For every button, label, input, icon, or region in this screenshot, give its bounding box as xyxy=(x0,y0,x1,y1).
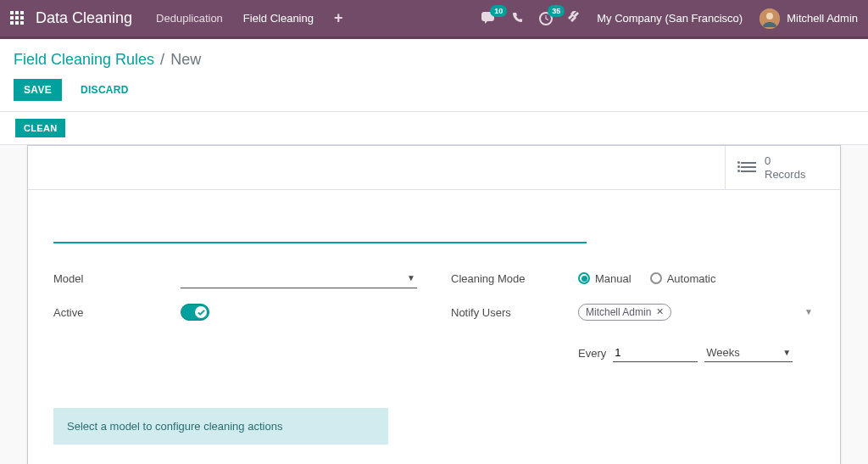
user-tag: Mitchell Admin ✕ xyxy=(578,304,671,321)
every-label: Every xyxy=(578,347,606,360)
breadcrumb-parent[interactable]: Field Cleaning Rules xyxy=(14,51,154,68)
app-title[interactable]: Data Cleaning xyxy=(36,9,132,27)
new-tab-icon[interactable]: + xyxy=(334,9,343,27)
clean-button[interactable]: CLEAN xyxy=(15,119,65,137)
avatar xyxy=(760,8,780,29)
breadcrumb: Field Cleaning Rules / New xyxy=(14,51,854,69)
active-toggle[interactable] xyxy=(181,304,209,321)
user-name: Mitchell Admin xyxy=(787,12,858,25)
model-label: Model xyxy=(53,272,181,285)
nav-field-cleaning[interactable]: Field Cleaning xyxy=(243,12,314,25)
interval-number-input[interactable] xyxy=(613,344,698,362)
radio-manual[interactable]: Manual xyxy=(578,272,632,285)
apps-icon[interactable] xyxy=(10,11,25,26)
info-notice: Select a model to configure cleaning act… xyxy=(53,408,388,444)
activities-icon[interactable]: 35 xyxy=(539,12,553,25)
list-icon xyxy=(741,162,756,173)
breadcrumb-current: New xyxy=(170,51,201,68)
notify-users-input[interactable]: Mitchell Admin ✕ ▼ xyxy=(578,304,815,321)
activities-badge: 35 xyxy=(548,5,565,17)
active-label: Active xyxy=(53,306,181,319)
cleaning-mode-label: Cleaning Mode xyxy=(451,272,578,285)
records-count: 0 xyxy=(765,154,805,168)
chevron-down-icon: ▼ xyxy=(407,273,415,282)
chevron-down-icon: ▼ xyxy=(804,307,813,316)
records-label: Records xyxy=(765,168,805,182)
notify-users-label: Notify Users xyxy=(451,306,578,319)
remove-tag-icon[interactable]: ✕ xyxy=(656,306,664,317)
svg-point-1 xyxy=(766,13,773,20)
interval-unit-select[interactable]: Weeks ▼ xyxy=(704,344,793,362)
messages-icon[interactable]: 10 xyxy=(481,12,497,25)
company-switcher[interactable]: My Company (San Francisco) xyxy=(597,12,743,25)
phone-icon[interactable] xyxy=(512,11,524,25)
records-stat-button[interactable]: 0 Records xyxy=(725,146,840,189)
save-button[interactable]: SAVE xyxy=(14,79,62,101)
name-input[interactable] xyxy=(53,210,587,243)
radio-automatic[interactable]: Automatic xyxy=(650,272,716,285)
discard-button[interactable]: DISCARD xyxy=(70,79,139,101)
user-menu[interactable]: Mitchell Admin xyxy=(760,8,858,29)
nav-deduplication[interactable]: Deduplication xyxy=(156,12,223,25)
model-select[interactable]: ▼ xyxy=(181,268,417,288)
tools-icon[interactable] xyxy=(568,11,580,25)
chevron-down-icon: ▼ xyxy=(782,348,791,357)
messages-badge: 10 xyxy=(490,5,507,17)
